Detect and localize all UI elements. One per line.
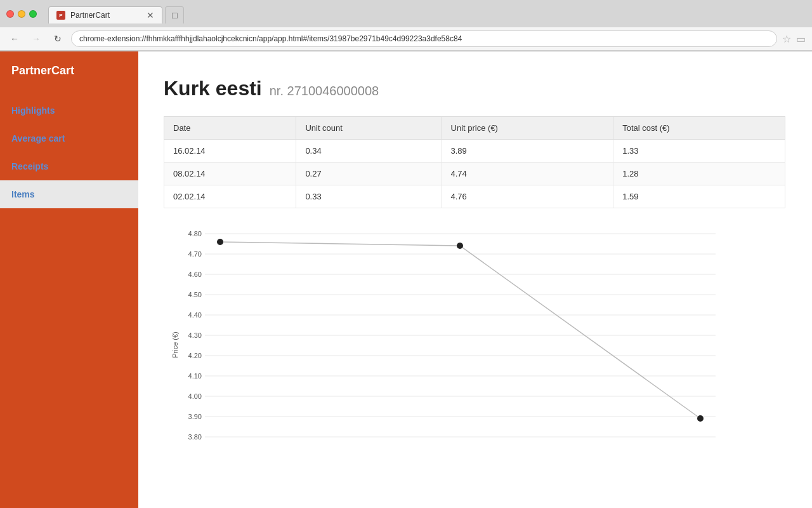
tab-favicon: P <box>56 11 65 20</box>
cell-unit-count-2: 0.33 <box>296 185 442 208</box>
page-title: Kurk eesti <box>164 77 262 100</box>
new-tab-button[interactable]: □ <box>165 6 184 23</box>
sidebar-item-highlights[interactable]: Highlights <box>0 97 138 124</box>
chart-line <box>220 242 700 418</box>
cell-unit-price-0: 3.89 <box>442 140 613 163</box>
cell-total-cost-0: 1.33 <box>613 140 785 163</box>
app-container: PartnerCart Highlights Average cart Rece… <box>0 51 812 508</box>
tab-close-icon[interactable]: ✕ <box>147 10 154 20</box>
y-label-450: 4.50 <box>188 291 202 298</box>
y-label-470: 4.70 <box>188 250 202 258</box>
tab-title: PartnerCart <box>70 11 110 20</box>
sidebar-item-items[interactable]: Items <box>0 180 138 208</box>
table-row: 02.02.14 0.33 4.76 1.59 <box>164 185 785 208</box>
browser-titlebar: P PartnerCart ✕ □ <box>0 0 812 27</box>
col-header-date: Date <box>164 117 296 140</box>
y-label-460: 4.60 <box>188 271 202 278</box>
chart-dot-2 <box>697 415 704 422</box>
cell-unit-price-1: 4.74 <box>442 163 613 185</box>
cell-date-2: 02.02.14 <box>164 185 296 208</box>
cell-total-cost-1: 1.28 <box>613 163 785 185</box>
back-button[interactable]: ← <box>6 30 23 47</box>
col-header-unit-count: Unit count <box>296 117 442 140</box>
table-row: 08.02.14 0.27 4.74 1.28 <box>164 163 785 185</box>
cast-icon[interactable]: ▭ <box>796 33 806 45</box>
maximize-button[interactable] <box>29 10 37 18</box>
y-label-480: 4.80 <box>188 230 202 237</box>
sidebar-logo: PartnerCart <box>0 51 138 90</box>
browser-chrome: P PartnerCart ✕ □ ← → ↻ ☆ ▭ <box>0 0 812 51</box>
y-label-410: 4.10 <box>188 372 202 380</box>
y-label-430: 4.30 <box>188 331 202 339</box>
y-label-440: 4.40 <box>188 311 202 319</box>
cell-date-0: 16.02.14 <box>164 140 296 163</box>
col-header-unit-price: Unit price (€) <box>442 117 613 140</box>
sidebar: PartnerCart Highlights Average cart Rece… <box>0 51 138 508</box>
page-title-container: Kurk eesti nr. 2710046000008 <box>164 77 787 100</box>
chart-dot-0 <box>217 239 223 245</box>
y-label-420: 4.20 <box>188 352 202 359</box>
reload-button[interactable]: ↻ <box>49 30 66 47</box>
sidebar-item-receipts[interactable]: Receipts <box>0 152 138 180</box>
col-header-total-cost: Total cost (€) <box>613 117 785 140</box>
sidebar-item-average-cart[interactable]: Average cart <box>0 124 138 152</box>
y-label-380: 3.80 <box>188 433 202 441</box>
y-axis-title: Price (€) <box>171 331 179 358</box>
forward-button[interactable]: → <box>28 30 44 47</box>
address-bar[interactable] <box>71 30 777 47</box>
browser-toolbar: ← → ↻ ☆ ▭ <box>0 27 812 51</box>
sidebar-nav: Highlights Average cart Receipts Items <box>0 97 138 208</box>
cell-unit-count-0: 0.34 <box>296 140 442 163</box>
main-content: Kurk eesti nr. 2710046000008 Date Unit c… <box>138 51 812 508</box>
table-row: 16.02.14 0.34 3.89 1.33 <box>164 140 785 163</box>
active-tab[interactable]: P PartnerCart ✕ <box>48 6 162 23</box>
cell-date-1: 08.02.14 <box>164 163 296 185</box>
cell-unit-count-1: 0.27 <box>296 163 442 185</box>
price-chart: Price (€) 4.80 4.70 4.60 4.50 4.40 4.30 <box>170 227 754 469</box>
chart-dot-1 <box>457 243 463 249</box>
data-table: Date Unit count Unit price (€) Total cos… <box>164 116 785 208</box>
y-label-400: 4.00 <box>188 392 202 400</box>
tab-bar: P PartnerCart ✕ □ <box>42 4 190 23</box>
y-label-390: 3.90 <box>188 413 202 420</box>
chart-svg: Price (€) 4.80 4.70 4.60 4.50 4.40 4.30 <box>170 227 722 462</box>
page-subtitle: nr. 2710046000008 <box>270 84 379 98</box>
cell-unit-price-2: 4.76 <box>442 185 613 208</box>
window-buttons <box>6 10 37 18</box>
close-button[interactable] <box>6 10 14 18</box>
bookmark-icon[interactable]: ☆ <box>782 33 791 45</box>
cell-total-cost-2: 1.59 <box>613 185 785 208</box>
minimize-button[interactable] <box>18 10 25 18</box>
